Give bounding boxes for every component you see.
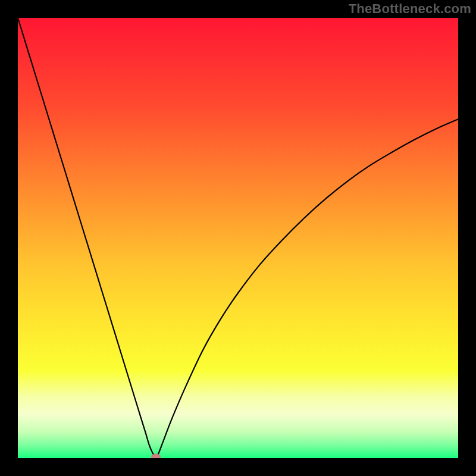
bottleneck-curve (18, 18, 458, 458)
chart-frame: TheBottleneck.com (0, 0, 476, 476)
watermark-text: TheBottleneck.com (349, 1, 471, 17)
plot-area (18, 18, 458, 458)
optimum-marker (151, 453, 161, 458)
